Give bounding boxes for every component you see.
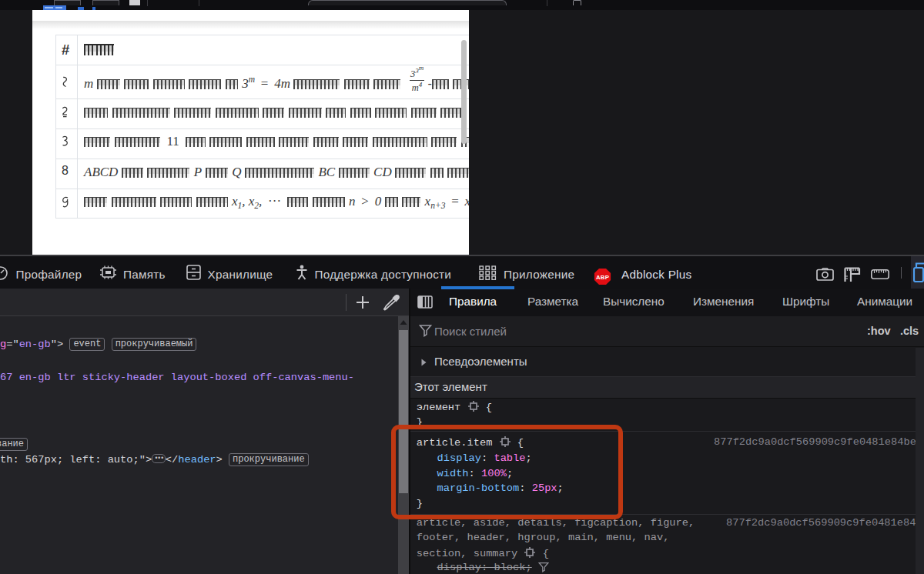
svg-text:ABP: ABP [596,274,609,281]
